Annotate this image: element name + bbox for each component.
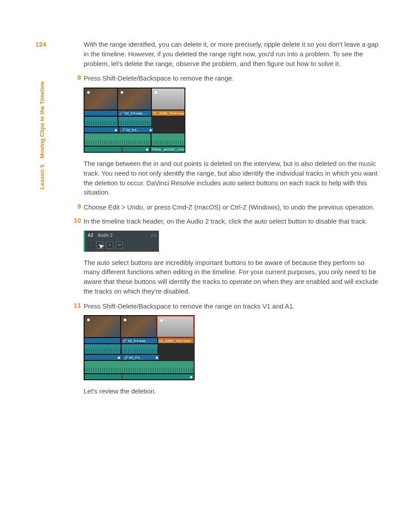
- marker-icon: ◆: [114, 128, 117, 132]
- clip-name: FINAL_MUSIC_Living_in_the_Age_of_Airplan: [152, 147, 185, 151]
- marker-icon: ◆: [190, 375, 192, 379]
- audio-music-row: [84, 360, 194, 374]
- clip-label: 🔗 02_if it was…: [118, 110, 151, 116]
- step-11: 11 Press Shift-Delete/Backspace to remov…: [84, 301, 380, 311]
- mute-button[interactable]: M: [116, 242, 123, 249]
- step-text: In the timeline track header, on the Aud…: [84, 217, 380, 226]
- timeline: 🔗 02_if it was… 01_A380_TAXI.mov ◆ 🔗: [84, 315, 195, 380]
- video-clip-thumb: [118, 88, 151, 110]
- step-10: 10 In the timeline track header, on the …: [84, 217, 380, 226]
- empty-gap: [152, 116, 185, 127]
- timeline: 🔗 02_if it was… 01_A380_TAXI.mov ◆ 🔗: [84, 88, 185, 153]
- lesson-sidebar: Lesson 5 Moving Clips in the Timeline: [39, 81, 45, 189]
- figure-timeline-2: 🔗 02_if it was… 01_A380_TAXI.mov ◆ 🔗: [84, 315, 380, 380]
- step-9: 9 Choose Edit > Undo, or press Cmd-Z (ma…: [84, 202, 380, 212]
- video-clip-thumb: [84, 316, 121, 338]
- clip-name: 01_A380_TAXI.mov: [159, 339, 191, 343]
- audio-clip: [118, 116, 152, 127]
- intro-paragraph: With the range identified, you can delet…: [84, 40, 380, 68]
- empty-gap: [154, 127, 185, 133]
- audio-clip: [84, 360, 194, 374]
- track-name: Audio 2: [98, 233, 147, 238]
- step-number: 11: [70, 301, 81, 309]
- clip-name: 02_if it was…: [125, 111, 146, 115]
- step-number: 10: [70, 217, 81, 224]
- audio-clip: [121, 344, 158, 354]
- audio-music-row: [84, 133, 185, 146]
- video-clip-thumb: [121, 316, 157, 338]
- audio-clip: [84, 116, 118, 127]
- marker-icon: ◆: [118, 356, 120, 360]
- marker-icon: ◆: [155, 356, 158, 360]
- clip-label: 01_A380_TAXI.mov: [158, 338, 194, 344]
- audio-a1-label-row: ◆ 🔗 02_if it… ◆: [84, 127, 185, 133]
- clip-label: 🔗 02_if it… ◆: [119, 127, 154, 133]
- step-text: Press Shift-Delete/Backspace to remove t…: [84, 301, 380, 311]
- clip-label: FINAL_MUSIC_Living_in_the_Age_of_Airplan: [150, 146, 185, 152]
- step-text: Choose Edit > Undo, or press Cmd-Z (macO…: [84, 202, 380, 212]
- marker-icon: ◆: [146, 147, 148, 151]
- clip-name: 02_if it…: [129, 356, 143, 360]
- figure-track-header: A2 Audio 2 2.0 ⬚ ☐ S M ➤: [84, 231, 380, 252]
- clip-spacer: ◆: [84, 374, 194, 380]
- clip-spacer: ◆: [84, 354, 122, 360]
- page-number: 124: [35, 40, 46, 48]
- paragraph-4: Let's review the deletion.: [84, 386, 380, 396]
- video-clip-thumb: [151, 88, 185, 110]
- clip-spacer: [84, 110, 118, 116]
- audio-a1-row: [84, 116, 185, 127]
- clip-label: 🔗 02_if it was…: [121, 338, 157, 344]
- paragraph-2: The range between the in and out points …: [84, 159, 380, 197]
- audio-music-label-row: ◆ FINAL_MUSIC_Living_in_the_Age_of_Airpl…: [84, 146, 185, 152]
- audio-a1-label-row: ◆ 🔗 02_if it… ◆: [84, 354, 194, 360]
- clip-label: 🔗 02_if it… ◆: [122, 354, 160, 360]
- track-id: A2: [88, 233, 93, 238]
- empty-gap: [160, 354, 194, 360]
- audio-a1-row: [84, 344, 194, 354]
- audio-music-label-row: ◆: [84, 374, 194, 380]
- audio-clip: [84, 344, 121, 354]
- clip-label: 01_A380_TAXI.mov: [151, 110, 185, 116]
- page: 124 Lesson 5 Moving Clips in the Timelin…: [0, 0, 420, 518]
- video-label-row: 🔗 02_if it was… 01_A380_TAXI.mov: [84, 110, 185, 116]
- lesson-number: Lesson 5: [39, 165, 45, 189]
- video-thumb-row: [84, 88, 185, 110]
- lesson-title: Moving Clips in the Timeline: [39, 81, 45, 158]
- clip-name: 01_A380_TAXI.mov: [153, 111, 184, 115]
- clip-name: 02_if it…: [126, 128, 140, 132]
- video-clip-thumb: [84, 88, 118, 110]
- step-number: 9: [70, 202, 81, 210]
- step-text: Press Shift-Delete/Backspace to remove t…: [84, 73, 380, 83]
- clip-name: 02_if it was…: [128, 339, 149, 343]
- clip-spacer: ◆: [84, 127, 119, 133]
- track-header-panel: A2 Audio 2 2.0 ⬚ ☐ S M ➤: [84, 231, 159, 252]
- audio-clip: [84, 133, 151, 146]
- video-thumb-row: [84, 316, 194, 338]
- track-header-row-1: A2 Audio 2 2.0: [85, 231, 159, 240]
- figure-timeline-1: 🔗 02_if it was… 01_A380_TAXI.mov ◆ 🔗: [84, 88, 380, 153]
- solo-button[interactable]: S: [106, 242, 113, 249]
- step-number: 8: [70, 73, 81, 81]
- lock-icon[interactable]: ⬚: [88, 242, 94, 248]
- step-8: 8 Press Shift-Delete/Backspace to remove…: [84, 73, 380, 83]
- marker-icon: ◆: [149, 128, 152, 132]
- link-icon: 🔗: [124, 356, 128, 360]
- clip-spacer: ◆: [84, 146, 150, 152]
- video-clip-thumb-selected: [157, 316, 194, 338]
- track-channels: 2.0: [151, 233, 156, 238]
- paragraph-3: The auto select buttons are incredibly i…: [84, 258, 380, 296]
- clip-spacer: [84, 338, 121, 344]
- audio-clip: [151, 133, 185, 146]
- empty-gap: [158, 344, 194, 354]
- video-label-row: 🔗 02_if it was… 01_A380_TAXI.mov: [84, 338, 194, 344]
- track-header-row-2: ⬚ ☐ S M: [85, 240, 159, 250]
- link-icon: 🔗: [122, 339, 127, 343]
